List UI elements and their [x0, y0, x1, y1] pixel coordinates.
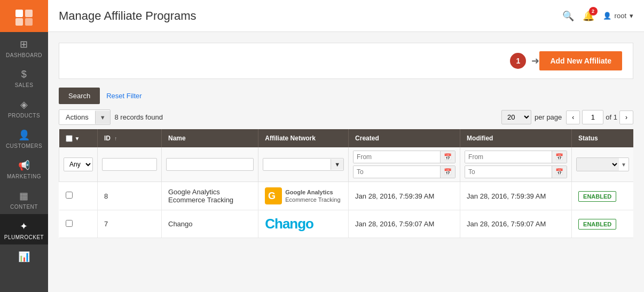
action-bar: 1 ➜ Add New Affiliate	[59, 43, 633, 79]
row-network-cell: G Google AnalyticsEcommerce Tracking	[258, 182, 349, 210]
row-name: Chango	[168, 220, 193, 228]
sidebar-item-plumrocket[interactable]: ✦ PLUMROCKET	[0, 214, 48, 244]
any-select-dropdown[interactable]: Any	[64, 158, 92, 171]
row-name-cell: Google Analytics Ecommerce Tracking	[162, 182, 258, 210]
reports-icon: 📊	[18, 251, 30, 263]
prev-page-button[interactable]: ‹	[566, 111, 580, 124]
select-all-checkbox[interactable]	[66, 135, 73, 142]
th-id: ID ↑	[98, 129, 162, 147]
row-modified: Jan 28, 2016, 7:59:07 AM	[467, 220, 546, 228]
sidebar-item-reports[interactable]: 📊	[0, 244, 48, 267]
topbar-actions: 🔍 🔔 2 👤 root ▾	[562, 10, 633, 22]
per-page-dropdown[interactable]: 20 50 100	[501, 110, 531, 124]
th-checkbox-caret-icon[interactable]: ▼	[75, 136, 80, 141]
filter-id-input[interactable]	[102, 158, 157, 171]
toolbar-left: Actions ▼ 8 records found	[59, 109, 163, 125]
notification-count: 2	[589, 7, 598, 15]
sidebar-item-customers[interactable]: 👤 CUSTOMERS	[0, 123, 48, 153]
status-badge: ENABLED	[578, 191, 616, 202]
svg-rect-2	[15, 18, 23, 26]
sidebar-item-label: DASHBOARD	[6, 52, 42, 58]
row-name: Google Analytics Ecommerce Tracking	[168, 188, 233, 204]
network-dropdown-caret[interactable]: ▼	[331, 159, 343, 170]
row-modified-cell: Jan 28, 2016, 7:59:07 AM	[460, 210, 572, 238]
search-button[interactable]: 🔍	[562, 10, 574, 22]
svg-rect-0	[15, 10, 23, 17]
created-to-calendar-icon[interactable]: 📅	[440, 166, 455, 178]
step-arrow-icon: ➜	[531, 55, 539, 67]
dashboard-icon: ⊞	[20, 38, 28, 50]
user-label: root	[615, 12, 626, 20]
ga-network-text: Google AnalyticsEcommerce Tracking	[285, 188, 340, 204]
svg-text:G: G	[268, 191, 276, 201]
th-name: Name	[162, 129, 258, 147]
row-created-cell: Jan 28, 2016, 7:59:39 AM	[349, 182, 460, 210]
row-modified-cell: Jan 28, 2016, 7:59:39 AM	[460, 182, 572, 210]
modified-from-calendar-icon[interactable]: 📅	[552, 151, 567, 163]
sidebar-item-sales[interactable]: $ SALES	[0, 62, 48, 92]
next-page-button[interactable]: ›	[619, 111, 633, 124]
modified-to-calendar-icon[interactable]: 📅	[552, 166, 567, 178]
reset-filter-button[interactable]: Reset Filter	[106, 92, 142, 100]
sidebar-item-label: CUSTOMERS	[6, 143, 42, 149]
page-of-label: of 1	[606, 113, 617, 121]
customers-icon: 👤	[18, 129, 30, 141]
plumrocket-icon: ✦	[20, 220, 28, 232]
filter-created-to-input[interactable]	[354, 166, 440, 178]
toolbar-right: 20 50 100 per page ‹ of 1 ›	[501, 110, 633, 124]
row-checkbox[interactable]	[66, 192, 73, 199]
user-menu[interactable]: 👤 root ▾	[603, 12, 633, 20]
filter-modified-from-input[interactable]	[465, 151, 552, 163]
content-icon: ▦	[19, 190, 29, 202]
filter-modified-cell: 📅 📅	[460, 147, 572, 182]
row-checkbox[interactable]	[66, 220, 73, 227]
chango-logo: Chango	[265, 216, 313, 232]
table-row: 7 Chango Chango Jan 28, 2016, 7:59:07 AM…	[59, 210, 634, 238]
sort-icon[interactable]: ↑	[114, 136, 117, 141]
filter-created-from-input[interactable]	[354, 151, 440, 163]
marketing-icon: 📢	[18, 160, 30, 171]
per-page-label: per page	[535, 113, 562, 121]
add-affiliate-button[interactable]: Add New Affiliate	[539, 51, 622, 70]
row-created: Jan 28, 2016, 7:59:07 AM	[355, 220, 434, 228]
sidebar: ⊞ DASHBOARD $ SALES ◈ PRODUCTS 👤 CUSTOME…	[0, 0, 48, 292]
status-caret-icon: ▼	[619, 160, 629, 170]
svg-rect-1	[25, 10, 33, 17]
row-network-cell: Chango	[258, 210, 349, 238]
th-affiliate-network: Affiliate Network	[258, 129, 349, 147]
sidebar-item-label: MARKETING	[7, 173, 41, 179]
row-id-cell: 7	[98, 210, 162, 238]
search-button[interactable]: Search	[59, 88, 100, 104]
sidebar-item-dashboard[interactable]: ⊞ DASHBOARD	[0, 32, 48, 62]
row-status-cell: ENABLED	[572, 210, 633, 238]
per-page-select: 20 50 100 per page	[501, 110, 562, 124]
svg-rect-3	[25, 18, 33, 26]
sidebar-item-products[interactable]: ◈ PRODUCTS	[0, 92, 48, 123]
sidebar-item-label: PRODUCTS	[8, 113, 40, 119]
toolbar: Actions ▼ 8 records found 20 50 100 per …	[59, 109, 633, 125]
sidebar-item-marketing[interactable]: 📢 MARKETING	[0, 153, 48, 184]
filter-status-select[interactable]: Enabled Disabled	[577, 158, 619, 171]
filter-row: Any ▼	[59, 147, 634, 182]
created-from-calendar-icon[interactable]: 📅	[440, 151, 455, 163]
step-number: 1	[510, 53, 526, 69]
filter-created-cell: 📅 📅	[349, 147, 460, 182]
page-number-input[interactable]	[582, 110, 603, 124]
sidebar-item-label: CONTENT	[10, 204, 38, 210]
filter-network-input[interactable]	[263, 159, 331, 170]
filter-modified-to-input[interactable]	[465, 166, 552, 178]
actions-caret-icon[interactable]: ▼	[95, 111, 110, 124]
content-area: 1 ➜ Add New Affiliate Search Reset Filte…	[48, 32, 644, 292]
filter-name-input[interactable]	[166, 158, 254, 171]
user-icon: 👤	[603, 12, 611, 20]
sidebar-item-content[interactable]: ▦ CONTENT	[0, 184, 48, 214]
th-created: Created	[349, 129, 460, 147]
filter-checkbox-cell: Any	[59, 147, 98, 182]
actions-dropdown[interactable]: Actions ▼	[59, 109, 111, 125]
th-modified: Modified	[460, 129, 572, 147]
row-modified: Jan 28, 2016, 7:59:39 AM	[467, 192, 546, 200]
row-status-cell: ENABLED	[572, 182, 633, 210]
notifications-button[interactable]: 🔔 2	[583, 10, 594, 22]
affiliate-table: ▼ ID ↑ Name Affiliate Network Created Mo…	[59, 129, 633, 238]
logo[interactable]	[0, 0, 48, 32]
